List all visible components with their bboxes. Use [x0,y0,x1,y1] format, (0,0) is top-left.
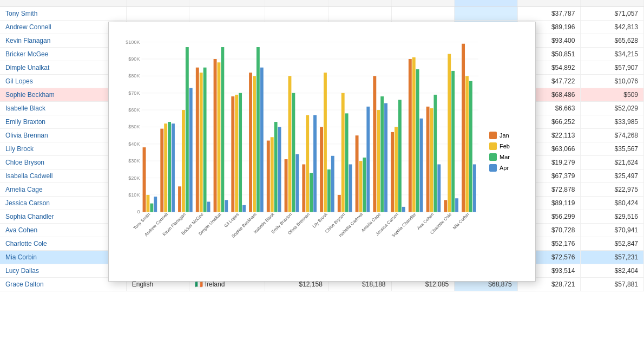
legend-swatch [489,153,497,161]
cell-country [189,7,265,21]
svg-text:Mia Corbin: Mia Corbin [452,212,470,230]
main-container: Tony Smith $37,787 $71,057 Andrew Connel… [0,0,644,352]
bar [409,59,412,212]
svg-text:$70K: $70K [128,90,140,96]
cell-name: Lucy Dallas [0,264,126,278]
bar [143,147,146,212]
bar [189,88,193,212]
cell-jun: $25,497 [581,170,644,183]
bar [437,164,441,212]
cell-jun: $21,624 [581,156,644,170]
bar [146,195,149,212]
bar [253,76,256,212]
bar [267,141,270,212]
cell-jun: $10,076 [581,75,644,88]
bar [380,96,384,212]
chart-toolbar [520,27,531,29]
cell-jun: $509 [581,88,644,102]
cell-jun: $52,029 [581,102,644,115]
bar [310,173,313,212]
bar [391,132,394,212]
cell-mar [391,7,455,21]
bar [331,156,334,212]
cell-jun: $70,941 [581,224,644,237]
bar [433,95,437,212]
svg-text:Ava Cohen: Ava Cohen [416,212,435,231]
cell-jan [265,7,328,21]
cell-name: Lily Brock [0,142,126,156]
bar [395,127,398,212]
svg-text:$80K: $80K [128,73,140,79]
bar [338,195,341,212]
cell-jun: $80,424 [581,197,644,210]
bar [257,47,260,212]
legend-item: Feb [489,142,527,150]
cell-language [126,7,189,21]
bar [242,205,246,212]
bar [200,73,203,212]
bar [412,57,416,212]
legend-label: Apr [500,165,509,171]
cell-name: Sophia Chandler [0,210,126,224]
svg-text:Gil Lopes: Gil Lopes [224,212,240,229]
cell-name: Andrew Connell [0,21,126,34]
bar [320,127,323,212]
bar [313,115,317,212]
bar [416,69,419,212]
bar [302,164,305,212]
svg-text:$30K: $30K [128,158,140,164]
bar [455,198,458,212]
bar [341,93,345,212]
bar [327,170,331,212]
chart-legend: JanFebMarApr [484,30,527,273]
cell-name: Grace Dalton [0,278,126,291]
cell-jun: $71,057 [581,7,644,21]
chart-close-button[interactable] [527,27,531,29]
legend-item: Jan [489,132,527,139]
legend-swatch [489,142,497,150]
cell-name: Mia Corbin [0,251,126,264]
cell-jun: $57,907 [581,61,644,75]
col-header-country [189,0,265,7]
cell-name: Sophie Beckham [0,88,126,102]
bar [231,96,234,212]
bar [373,76,376,212]
table-row[interactable]: Tony Smith $37,787 $71,057 [0,7,644,21]
bar [402,207,405,212]
col-header-apr [455,0,518,7]
bar [345,113,349,212]
bar [235,95,238,212]
bar [150,204,153,212]
bar [271,137,274,212]
bar [444,200,447,212]
cell-name: Amelia Cage [0,183,126,197]
bar [154,197,157,212]
bar [469,81,472,212]
svg-text:$90K: $90K [128,56,140,62]
chart-expand-button[interactable] [520,27,524,29]
svg-text:$10K: $10K [128,192,140,198]
bar [178,186,181,212]
bar [182,110,185,212]
col-header-language [126,0,189,7]
bar [207,201,211,212]
cell-name: Bricker McGee [0,48,126,61]
bar [203,68,207,212]
cell-jun: $35,567 [581,142,644,156]
svg-text:$40K: $40K [128,141,140,147]
chart-overlay: $100K$90K$80K$70K$60K$50K$40K$30K$20K$10… [108,22,536,282]
cell-jun: $74,268 [581,129,644,142]
cell-name: Charlotte Cole [0,237,126,251]
bar [217,62,220,212]
svg-text:Lily Brock: Lily Brock [312,212,329,229]
bar [448,54,451,212]
legend-label: Mar [500,154,510,160]
col-header-jan [265,0,328,7]
svg-text:$100K: $100K [126,40,140,45]
bar [172,123,175,212]
bar [292,93,295,212]
col-header-jun [581,0,644,7]
legend-label: Jan [500,132,509,139]
bar [249,73,252,212]
bar [288,76,292,212]
